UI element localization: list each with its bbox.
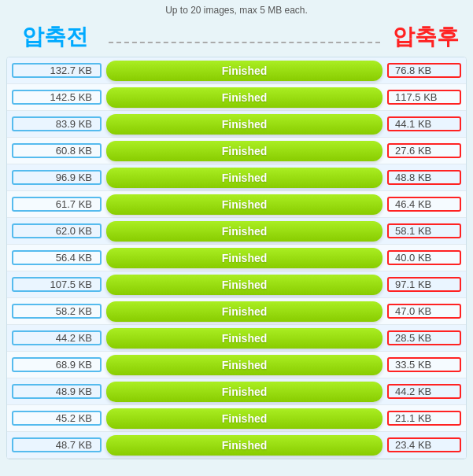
after-size-cell: 28.5 KB [387, 330, 461, 345]
before-size-value: 56.4 KB [13, 252, 100, 264]
before-size-value: 62.0 KB [13, 225, 100, 237]
status-bar-wrap: Finished [102, 408, 387, 429]
after-size-cell: 44.2 KB [387, 384, 461, 399]
status-bar: Finished [106, 194, 382, 215]
table-row: 83.9 KB Finished 44.1 KB [7, 111, 466, 138]
after-size-value: 33.5 KB [389, 359, 460, 371]
before-size-cell: 107.5 KB [12, 277, 102, 292]
table-row: 96.9 KB Finished 48.8 KB [7, 164, 466, 191]
after-size-cell: 97.1 KB [387, 277, 461, 292]
status-bar-wrap: Finished [102, 301, 387, 322]
status-bar: Finished [106, 221, 382, 242]
after-size-cell: 58.1 KB [387, 223, 461, 238]
after-size-value: 47.0 KB [389, 305, 460, 317]
before-size-value: 132.7 KB [13, 65, 100, 76]
after-size-cell: 117.5 KB [387, 90, 461, 105]
before-size-value: 68.9 KB [13, 359, 100, 371]
status-label: Finished [222, 172, 268, 184]
status-label: Finished [222, 65, 268, 77]
before-size-value: 48.9 KB [13, 386, 100, 397]
table-row: 60.8 KB Finished 27.6 KB [7, 138, 466, 164]
table-row: 142.5 KB Finished 117.5 KB [7, 84, 466, 111]
results-table: 132.7 KB Finished 76.8 KB 142.5 KB Finis… [6, 57, 467, 459]
status-bar: Finished [106, 275, 382, 295]
after-size-value: 28.5 KB [389, 332, 460, 344]
before-size-value: 142.5 KB [13, 91, 100, 103]
header-dashed-divider [109, 42, 380, 43]
status-label: Finished [222, 359, 268, 371]
table-row: 56.4 KB Finished 40.0 KB [7, 245, 466, 271]
status-bar-wrap: Finished [102, 141, 387, 161]
before-size-value: 60.8 KB [13, 145, 100, 157]
before-size-cell: 44.2 KB [12, 330, 102, 345]
table-row: 58.2 KB Finished 47.0 KB [7, 298, 466, 325]
column-headers: 압축전 압축후 [0, 19, 473, 57]
status-bar: Finished [106, 355, 382, 375]
status-bar: Finished [106, 114, 382, 135]
after-size-cell: 44.1 KB [387, 116, 461, 131]
table-row: 68.9 KB Finished 33.5 KB [7, 352, 466, 378]
status-label: Finished [222, 439, 268, 452]
after-size-cell: 21.1 KB [387, 411, 461, 426]
after-size-value: 48.8 KB [389, 172, 460, 183]
before-size-cell: 83.9 KB [12, 116, 102, 131]
status-label: Finished [222, 279, 268, 291]
status-bar-wrap: Finished [102, 435, 387, 456]
before-size-cell: 48.7 KB [12, 437, 102, 452]
upload-info-text: Up to 20 images, max 5 MB each. [165, 5, 308, 16]
before-size-cell: 61.7 KB [12, 197, 102, 212]
status-label: Finished [222, 118, 268, 131]
status-bar: Finished [106, 382, 382, 402]
before-size-value: 61.7 KB [13, 198, 100, 210]
after-header: 압축후 [386, 22, 465, 52]
before-size-cell: 68.9 KB [12, 357, 102, 372]
status-label: Finished [222, 252, 268, 264]
status-bar-wrap: Finished [102, 114, 387, 135]
status-bar-wrap: Finished [102, 221, 387, 242]
after-size-value: 27.6 KB [389, 145, 460, 157]
status-label: Finished [222, 412, 268, 425]
after-size-value: 58.1 KB [389, 225, 460, 237]
status-bar: Finished [106, 141, 382, 161]
after-size-value: 97.1 KB [389, 279, 460, 290]
table-row: 45.2 KB Finished 21.1 KB [7, 405, 466, 432]
table-row: 132.7 KB Finished 76.8 KB [7, 57, 466, 84]
status-bar: Finished [106, 168, 382, 188]
after-size-value: 23.4 KB [389, 439, 460, 451]
after-size-value: 44.2 KB [389, 386, 460, 397]
after-size-cell: 46.4 KB [387, 197, 461, 212]
before-size-cell: 142.5 KB [12, 90, 102, 105]
status-bar: Finished [106, 328, 382, 349]
status-label: Finished [222, 225, 268, 238]
after-size-cell: 33.5 KB [387, 357, 461, 372]
after-size-value: 21.1 KB [389, 412, 460, 424]
after-size-cell: 48.8 KB [387, 170, 461, 185]
status-label: Finished [222, 91, 268, 104]
status-label: Finished [222, 198, 268, 211]
status-label: Finished [222, 386, 268, 398]
before-size-cell: 132.7 KB [12, 63, 102, 78]
status-bar-wrap: Finished [102, 168, 387, 188]
status-bar-wrap: Finished [102, 355, 387, 375]
status-bar-wrap: Finished [102, 382, 387, 402]
before-size-cell: 56.4 KB [12, 250, 102, 265]
after-size-value: 44.1 KB [389, 118, 460, 130]
table-row: 48.9 KB Finished 44.2 KB [7, 378, 466, 405]
before-size-value: 48.7 KB [13, 439, 100, 451]
status-bar-wrap: Finished [102, 275, 387, 295]
before-size-cell: 48.9 KB [12, 384, 102, 399]
before-size-cell: 60.8 KB [12, 143, 102, 158]
before-size-value: 83.9 KB [13, 118, 100, 130]
status-label: Finished [222, 305, 268, 318]
before-size-value: 44.2 KB [13, 332, 100, 344]
status-bar: Finished [106, 301, 382, 322]
after-size-value: 40.0 KB [389, 252, 460, 264]
status-bar-wrap: Finished [102, 61, 387, 81]
before-size-cell: 45.2 KB [12, 411, 102, 426]
after-size-cell: 76.8 KB [387, 63, 461, 78]
after-size-value: 117.5 KB [389, 91, 460, 103]
table-row: 107.5 KB Finished 97.1 KB [7, 271, 466, 298]
before-size-cell: 96.9 KB [12, 170, 102, 185]
before-size-cell: 58.2 KB [12, 304, 102, 319]
status-bar-wrap: Finished [102, 328, 387, 349]
